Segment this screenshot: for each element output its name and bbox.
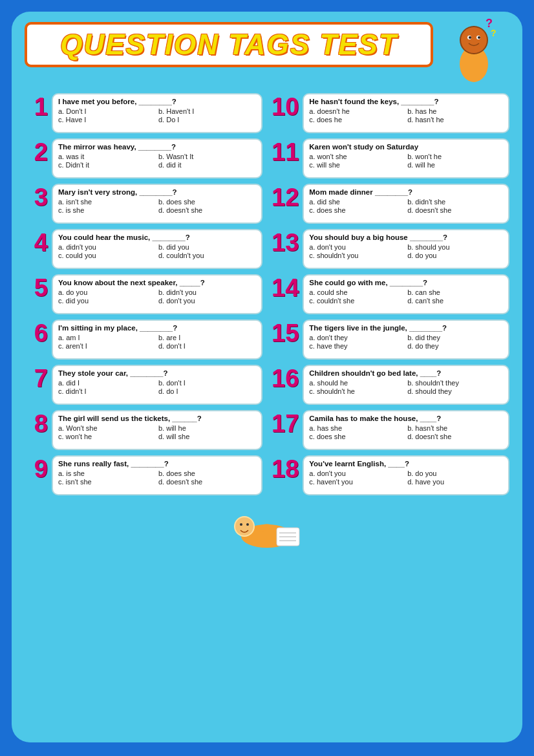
- question-14-option-1: b. can she: [407, 288, 503, 296]
- question-13-option-0: a. don't you: [309, 243, 405, 251]
- question-box-11: Karen won't study on Saturdaya. won't sh…: [303, 138, 509, 178]
- question-text-2: The mirror was heavy, ________?: [58, 143, 256, 151]
- question-number-11: 11: [272, 140, 299, 164]
- question-5-option-1: b. didn't you: [158, 288, 256, 296]
- question-1-option-3: d. Do I: [158, 116, 256, 124]
- question-number-3: 3: [25, 185, 48, 210]
- question-item-13: 13You should buy a big house ________?a.…: [272, 229, 509, 269]
- question-options-14: a. could sheb. can shec. couldn't shed. …: [309, 288, 503, 305]
- question-8-option-2: c. won't he: [58, 433, 156, 440]
- question-9-option-0: a. is she: [58, 470, 156, 477]
- question-13-option-1: b. should you: [407, 243, 503, 251]
- question-item-9: 9She runs really fast, ________?a. is sh…: [25, 455, 262, 495]
- question-12-option-1: b. didn't she: [407, 198, 503, 206]
- question-item-10: 10He hasn't found the keys, ________?a. …: [272, 93, 509, 133]
- question-box-15: The tigers live in the jungle, ________?…: [303, 319, 509, 360]
- question-number-5: 5: [25, 275, 48, 300]
- question-box-4: You could hear the music, ________?a. di…: [52, 229, 262, 269]
- question-box-17: Camila has to make the house, ____?a. ha…: [303, 410, 509, 450]
- question-text-11: Karen won't study on Saturday: [309, 143, 503, 151]
- question-5-option-0: a. do you: [58, 288, 156, 296]
- question-10-option-0: a. doesn't he: [309, 107, 405, 115]
- question-item-8: 8The girl will send us the tickets, ____…: [25, 410, 262, 450]
- question-text-15: The tigers live in the jungle, ________?: [309, 324, 503, 332]
- question-options-4: a. didn't youb. did youc. could youd. co…: [58, 243, 256, 259]
- question-3-option-2: c. is she: [58, 206, 156, 214]
- question-options-1: a. Don't Ib. Haven't Ic. Have Id. Do I: [58, 107, 256, 124]
- question-item-7: 7They stole your car, ________?a. did Ib…: [25, 365, 262, 405]
- question-number-16: 16: [272, 366, 299, 391]
- svg-point-6: [478, 36, 480, 39]
- question-11-option-2: c. will she: [309, 161, 405, 169]
- question-item-5: 5You know about the next speaker, _____?…: [25, 274, 262, 314]
- question-14-option-3: d. can't she: [407, 297, 503, 305]
- question-number-2: 2: [25, 140, 48, 164]
- questions-grid: 1I have met you before, ________?a. Don'…: [25, 93, 509, 495]
- question-9-option-1: b. does she: [158, 470, 256, 477]
- question-item-11: 11Karen won't study on Saturdaya. won't …: [272, 138, 509, 178]
- question-6-option-2: c. aren't I: [58, 342, 156, 350]
- question-3-option-0: a. isn't she: [58, 198, 156, 206]
- question-3-option-1: b. does she: [158, 198, 256, 206]
- question-13-option-2: c. shouldn't you: [309, 252, 405, 259]
- question-7-option-3: d. do I: [158, 387, 256, 395]
- question-11-option-3: d. will he: [407, 161, 503, 169]
- question-options-13: a. don't youb. should youc. shouldn't yo…: [309, 243, 503, 259]
- question-text-10: He hasn't found the keys, ________?: [309, 98, 503, 105]
- cartoon-figure: ? ?: [438, 16, 509, 87]
- question-6-option-3: d. don't I: [158, 342, 256, 350]
- question-item-4: 4You could hear the music, ________?a. d…: [25, 229, 262, 269]
- question-text-6: I'm sitting in my place, ________?: [58, 324, 256, 332]
- question-text-7: They stole your car, ________?: [58, 369, 256, 377]
- question-options-18: a. don't youb. do youc. haven't youd. ha…: [309, 470, 503, 486]
- question-17-option-3: d. doesn't she: [407, 433, 503, 440]
- question-18-option-1: b. do you: [407, 470, 503, 477]
- question-box-14: She could go with me, ________?a. could …: [303, 274, 509, 314]
- question-box-9: She runs really fast, ________?a. is she…: [52, 455, 262, 495]
- question-number-14: 14: [272, 275, 299, 300]
- question-6-option-0: a. am I: [58, 334, 156, 341]
- question-4-option-2: c. could you: [58, 252, 156, 259]
- page-title: QUESTION TAGS TEST: [40, 28, 418, 61]
- question-15-option-3: d. do they: [407, 342, 503, 350]
- question-7-option-2: c. didn't I: [58, 387, 156, 395]
- question-11-option-1: b. won't he: [407, 153, 503, 160]
- question-17-option-2: c. does she: [309, 433, 405, 440]
- question-7-option-1: b. don't I: [158, 379, 256, 387]
- question-box-10: He hasn't found the keys, ________?a. do…: [303, 93, 509, 133]
- question-item-3: 3Mary isn't very strong, ________?a. isn…: [25, 184, 262, 224]
- question-number-10: 10: [272, 94, 299, 119]
- question-text-12: Mom made dinner ________?: [309, 188, 503, 196]
- question-6-option-1: b. are I: [158, 334, 256, 341]
- question-11-option-0: a. won't she: [309, 153, 405, 160]
- question-text-8: The girl will send us the tickets, _____…: [58, 415, 256, 422]
- question-16-option-2: c. shouldn't he: [309, 387, 405, 395]
- question-box-7: They stole your car, ________?a. did Ib.…: [52, 365, 262, 405]
- question-3-option-3: d. doesn't she: [158, 206, 256, 214]
- question-box-3: Mary isn't very strong, ________?a. isn'…: [52, 184, 262, 224]
- question-number-9: 9: [25, 457, 48, 481]
- question-2-option-0: a. was it: [58, 153, 156, 160]
- question-options-2: a. was itb. Wasn't Itc. Didn't itd. did …: [58, 153, 256, 169]
- question-options-3: a. isn't sheb. does shec. is shed. doesn…: [58, 198, 256, 214]
- question-17-option-1: b. hasn't she: [407, 424, 503, 432]
- question-options-7: a. did Ib. don't Ic. didn't Id. do I: [58, 379, 256, 395]
- question-options-16: a. should heb. shouldn't theyc. shouldn'…: [309, 379, 503, 395]
- svg-text:?: ?: [491, 28, 497, 38]
- question-options-15: a. don't theyb. did theyc. have theyd. d…: [309, 334, 503, 350]
- question-box-16: Children shouldn't go bed late, ____?a. …: [303, 365, 509, 405]
- question-1-option-0: a. Don't I: [58, 107, 156, 115]
- question-16-option-0: a. should he: [309, 379, 405, 387]
- question-8-option-3: d. will she: [158, 433, 256, 440]
- title-banner: QUESTION TAGS TEST: [25, 22, 433, 67]
- question-1-option-2: c. Have I: [58, 116, 156, 124]
- question-options-10: a. doesn't heb. has hec. does hed. hasn'…: [309, 107, 503, 124]
- question-number-18: 18: [272, 457, 299, 481]
- question-4-option-3: d. couldn't you: [158, 252, 256, 259]
- question-item-1: 1I have met you before, ________?a. Don'…: [25, 93, 262, 133]
- question-text-3: Mary isn't very strong, ________?: [58, 188, 256, 196]
- svg-point-5: [469, 36, 471, 39]
- question-text-5: You know about the next speaker, _____?: [58, 279, 256, 286]
- question-18-option-0: a. don't you: [309, 470, 405, 477]
- question-18-option-3: d. have you: [407, 478, 503, 486]
